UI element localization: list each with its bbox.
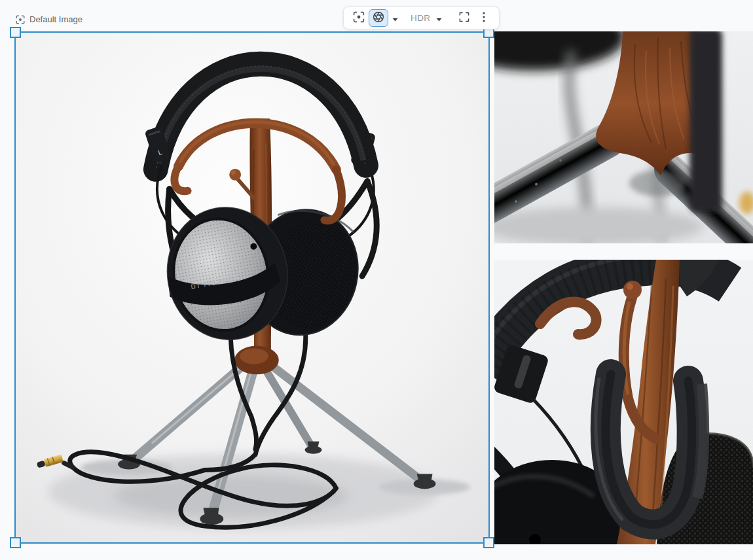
caret-down-icon — [392, 12, 398, 24]
fullscreen-icon — [459, 12, 469, 25]
kebab-menu-icon — [483, 12, 485, 25]
selection-handle-bottom-right[interactable] — [483, 537, 494, 548]
render-mode-button[interactable] — [369, 9, 388, 27]
focus-target-icon — [353, 11, 365, 26]
selection-handle-top-left[interactable] — [10, 27, 21, 38]
viewport-label: Default Image — [16, 14, 83, 25]
selection-handle-bottom-left[interactable] — [10, 537, 21, 548]
viewport-label-text: Default Image — [29, 14, 83, 25]
frame-icon — [16, 15, 25, 24]
main-render-view[interactable]: L DT 770 PRO — [16, 33, 488, 542]
fullscreen-button[interactable] — [454, 9, 474, 27]
focus-button[interactable] — [349, 9, 369, 27]
detail-view-bottom[interactable] — [494, 260, 753, 544]
detail-view-top[interactable] — [494, 31, 753, 243]
more-options-button[interactable] — [474, 9, 494, 27]
hdr-label: HDR — [411, 13, 430, 23]
canvas: Default Image — [0, 0, 753, 560]
selection-frame[interactable]: L DT 770 PRO — [14, 31, 490, 544]
floating-toolbar: HDR — [343, 7, 500, 29]
render-mode-caret[interactable] — [388, 9, 401, 27]
hdr-dropdown[interactable]: HDR — [401, 12, 448, 24]
caret-down-icon — [436, 12, 442, 24]
aperture-icon — [373, 11, 384, 26]
